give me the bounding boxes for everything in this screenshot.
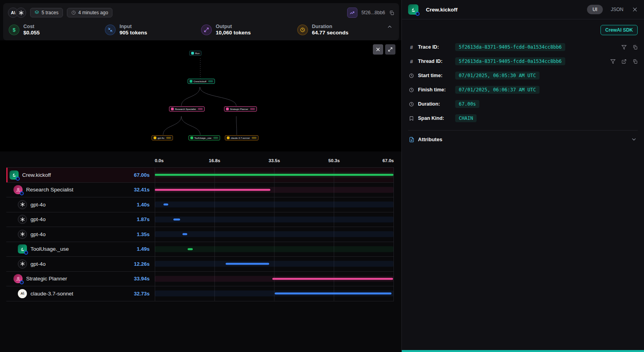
span-track [155, 216, 393, 222]
span-row-gpt-4o[interactable]: gpt-4o 1.35s [6, 227, 394, 242]
graph-node-gpt-4o[interactable]: gpt-4o [152, 135, 173, 140]
graph-node-label: Strategic Planner [230, 108, 248, 110]
span-row-gpt-4o[interactable]: gpt-4o 1.40s [6, 197, 394, 212]
sidebar-header: Crew.kickoff UI JSON [402, 0, 644, 19]
graph-node-toolusage[interactable]: ToolUsage._use [188, 135, 220, 140]
graph-node-label: Crew.kickoff [194, 80, 206, 83]
chevron-down-icon [631, 136, 637, 142]
span-bar [272, 278, 393, 280]
trending-up-icon [350, 10, 355, 15]
copy-icon[interactable] [389, 10, 394, 15]
close-icon[interactable] [632, 7, 638, 12]
openai-icon [18, 230, 27, 239]
expand-icon [388, 47, 393, 52]
graph-node-crew-kickoff[interactable]: Crew.kickoff [188, 79, 215, 84]
duration-value: 67.00s [455, 100, 479, 108]
node-duration-chip [252, 137, 256, 139]
field-duration: Duration: 67.00s [408, 97, 638, 111]
stat-input: Input 905 tokens [105, 24, 201, 36]
trace-header-row: A\ 5 traces 4 minutes ago [3, 3, 399, 22]
attributes-label: Attributes [418, 136, 627, 142]
graph-expand-button[interactable] [385, 44, 395, 55]
graph-node-claude-sonnet[interactable]: claude-3.7-sonnet [225, 135, 258, 140]
trace-graph-canvas[interactable]: Run Crew.kickoff Research Specialist Str… [0, 40, 401, 151]
copy-icon[interactable] [633, 45, 638, 50]
collapse-chevron-icon[interactable] [387, 24, 393, 30]
crewai-icon [9, 170, 19, 180]
traces-count-badge[interactable]: 5 traces [30, 8, 63, 17]
stat-value: $0.055 [23, 30, 40, 36]
span-name: Research Specialist [26, 187, 134, 193]
graph-close-button[interactable] [373, 44, 383, 55]
stat-value: 64.77 seconds [312, 30, 348, 36]
stat-output: Output 10,060 tokens [201, 24, 297, 36]
file-text-icon [409, 137, 414, 142]
stat-label: Output [216, 24, 251, 29]
clock-icon [71, 10, 76, 15]
span-row-gpt-4o[interactable]: gpt-4o 12.26s [6, 257, 394, 272]
dollar-icon: $ [9, 25, 19, 35]
stat-cost: $ Cost $0.055 [9, 24, 105, 36]
span-kind-value: CHAIN [455, 114, 477, 122]
span-duration: 32.41s [134, 187, 150, 193]
span-name: gpt-4o [30, 216, 137, 222]
logo-badge [20, 280, 24, 284]
span-duration: 67.00s [134, 172, 150, 178]
stat-value: 10,060 tokens [216, 30, 251, 36]
span-name: Crew.kickoff [22, 172, 134, 178]
span-duration: 12.26s [134, 261, 150, 267]
field-label: Thread ID: [418, 59, 452, 64]
field-label: Start time: [418, 73, 452, 78]
logo-badge [16, 177, 20, 181]
stat-label: Input [120, 24, 147, 29]
hash-icon: # [408, 59, 415, 64]
field-trace-id: # Trace ID: 5f2613da-8371-9405-fcdd-0a15… [408, 40, 638, 54]
filter-icon[interactable] [621, 45, 627, 50]
span-duration: 33.94s [134, 276, 150, 282]
node-duration-chip [208, 80, 213, 82]
span-row-research-specialist[interactable]: Research Specialist 32.41s [6, 183, 394, 198]
span-row-gpt-4o[interactable]: gpt-4o 1.87s [6, 212, 394, 227]
graph-node-label: Research Specialist [175, 108, 196, 110]
span-row-strategic-planner[interactable]: Strategic Planner 33.94s [6, 272, 394, 287]
openai-icon [18, 215, 27, 224]
node-duration-chip [250, 108, 255, 110]
clock-icon [408, 73, 415, 78]
graph-node-label: ToolUsage._use [194, 137, 211, 139]
stat-value: 905 tokens [120, 30, 147, 36]
attributes-section-toggle[interactable]: Attributes [408, 130, 638, 148]
finish-time-value: 07/01/2025, 06:06:37 AM UTC [455, 86, 540, 94]
graph-node-label: claude-3.7-sonnet [231, 137, 250, 139]
span-row-claude-sonnet[interactable]: A\ claude-3.7-sonnet 32.73s [6, 286, 394, 301]
span-duration: 1.40s [137, 202, 150, 208]
filter-icon[interactable] [610, 59, 616, 64]
logo-badge [20, 191, 24, 195]
graph-node-run[interactable]: Run [189, 51, 201, 56]
stats-row: $ Cost $0.055 Input 905 tokens Out [3, 22, 399, 40]
tab-ui[interactable]: UI [587, 5, 603, 14]
trend-button[interactable] [347, 8, 357, 18]
field-label: Finish time: [418, 87, 452, 93]
span-bar [173, 218, 180, 220]
clock-icon [408, 87, 415, 93]
trace-summary-panel: A\ 5 traces 4 minutes ago [3, 3, 399, 40]
graph-node-strategic-planner[interactable]: Strategic Planner [224, 106, 257, 112]
span-row-toolusage[interactable]: ToolUsage._use 1.49s [6, 242, 394, 257]
thread-id-value: 5f2613da-8371-9405-fcdd-0a1534cc8bb6 [455, 57, 565, 65]
arrows-in-icon [105, 25, 116, 35]
graph-node-research-specialist[interactable]: Research Specialist [169, 106, 205, 112]
field-start-time: Start time: 07/01/2025, 06:05:30 AM UTC [408, 68, 638, 83]
sidebar-resize-accent[interactable] [402, 350, 644, 352]
node-duration-chip [198, 108, 203, 110]
span-bar [155, 174, 393, 176]
tab-json[interactable]: JSON [611, 7, 623, 12]
bookmark-icon [408, 116, 415, 121]
openai-icon [18, 259, 27, 269]
external-link-icon[interactable] [621, 59, 627, 64]
graph-edges [0, 40, 401, 151]
span-row-crew-kickoff[interactable]: Crew.kickoff 67.00s [6, 168, 394, 183]
copy-icon[interactable] [633, 59, 638, 64]
graph-node-label: Run [195, 52, 199, 55]
time-ago-badge[interactable]: 4 minutes ago [67, 8, 112, 17]
span-bar [163, 204, 169, 206]
